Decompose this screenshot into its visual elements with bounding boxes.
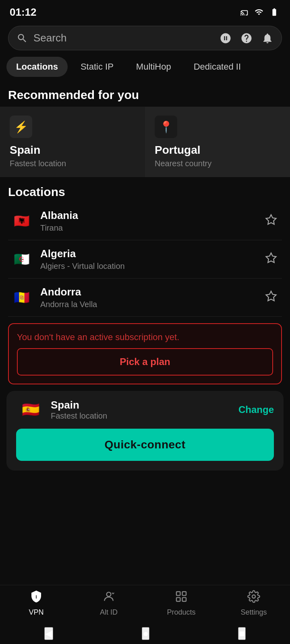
rec-card-portugal[interactable]: 📍 Portugal Nearest country <box>145 107 290 177</box>
nav-item-products[interactable]: Products <box>157 590 205 617</box>
svg-rect-8 <box>182 598 186 601</box>
subscription-text: You don't have an active subscription ye… <box>17 332 273 343</box>
locations-header: Locations <box>8 185 282 199</box>
subscription-warning: You don't have an active subscription ye… <box>8 323 282 384</box>
svg-marker-1 <box>266 253 276 262</box>
rec-card-spain[interactable]: ⚡ Spain Fastest location <box>0 107 145 177</box>
bottom-nav: I VPN Alt ID Products <box>0 585 290 623</box>
svg-rect-6 <box>182 592 186 595</box>
flag-andorra: 🇦🇩 <box>10 289 34 306</box>
algeria-name: Algeria <box>40 248 255 260</box>
android-recents-button[interactable]: ■ <box>238 627 246 640</box>
svg-text:I: I <box>36 594 37 599</box>
help-icon[interactable] <box>240 32 253 44</box>
rec-card-spain-icon: ⚡ <box>10 116 32 138</box>
tab-locations[interactable]: Locations <box>6 57 68 77</box>
products-icon <box>175 590 188 606</box>
android-nav: ◀ ● ■ <box>0 623 290 644</box>
speed-icon[interactable] <box>220 32 232 44</box>
albania-favorite-icon[interactable] <box>262 211 280 232</box>
tab-static-ip[interactable]: Static IP <box>71 57 123 77</box>
recommended-section: Recommended for you ⚡ Spain Fastest loca… <box>0 82 290 177</box>
rec-card-portugal-sub: Nearest country <box>155 159 280 168</box>
connect-location-info: 🇪🇸 Spain Fastest location <box>16 399 107 421</box>
nav-label-products: Products <box>167 608 195 617</box>
cast-icon <box>239 8 250 17</box>
svg-marker-2 <box>266 291 276 301</box>
status-icons <box>239 8 280 17</box>
settings-icon <box>247 590 260 606</box>
android-home-button[interactable]: ● <box>142 627 149 640</box>
search-container: Search <box>0 23 290 55</box>
connect-name: Spain <box>51 399 107 411</box>
nav-item-settings[interactable]: Settings <box>230 590 278 617</box>
rec-card-spain-sub: Fastest location <box>10 159 135 168</box>
albania-city: Tirana <box>40 223 255 233</box>
andorra-city: Andorra la Vella <box>40 300 255 309</box>
connect-subtitle: Fastest location <box>51 411 107 421</box>
algeria-city: Algiers - Virtual location <box>40 262 255 271</box>
rec-card-spain-name: Spain <box>10 144 135 157</box>
recommended-cards: ⚡ Spain Fastest location 📍 Portugal Near… <box>0 107 290 177</box>
altid-icon <box>102 590 115 606</box>
connect-card: 🇪🇸 Spain Fastest location Change Quick-c… <box>6 391 284 471</box>
svg-point-4 <box>107 592 111 597</box>
android-back-button[interactable]: ◀ <box>44 627 53 640</box>
nav-label-vpn: VPN <box>29 608 44 617</box>
svg-marker-0 <box>266 215 276 224</box>
vpn-icon: I <box>30 590 43 606</box>
svg-rect-7 <box>176 598 180 601</box>
location-item-andorra[interactable]: 🇦🇩 Andorra Andorra la Vella <box>8 279 282 317</box>
location-item-albania[interactable]: 🇦🇱 Albania Tirana <box>8 202 282 240</box>
flag-albania: 🇦🇱 <box>10 213 34 229</box>
pick-plan-button[interactable]: Pick a plan <box>17 348 273 376</box>
andorra-info: Andorra Andorra la Vella <box>40 286 255 309</box>
connect-flag: 🇪🇸 <box>16 400 45 419</box>
flag-algeria: 🇩🇿 <box>10 251 34 268</box>
change-location-button[interactable]: Change <box>238 404 274 415</box>
andorra-name: Andorra <box>40 286 255 298</box>
search-bar[interactable]: Search <box>8 26 282 50</box>
bell-icon[interactable] <box>261 32 273 44</box>
status-bar: 01:12 <box>0 0 290 23</box>
tab-dedicated[interactable]: Dedicated II <box>184 57 251 77</box>
location-item-algeria[interactable]: 🇩🇿 Algeria Algiers - Virtual location <box>8 240 282 279</box>
quick-connect-button[interactable]: Quick-connect <box>16 429 274 461</box>
connect-location-row: 🇪🇸 Spain Fastest location Change <box>16 399 274 421</box>
rec-card-portugal-icon: 📍 <box>155 116 177 138</box>
rec-card-portugal-name: Portugal <box>155 144 280 157</box>
nav-label-altid: Alt ID <box>100 608 118 617</box>
connect-details: Spain Fastest location <box>51 399 107 421</box>
status-time: 01:12 <box>10 6 37 19</box>
nav-item-vpn[interactable]: I VPN <box>12 590 60 617</box>
andorra-favorite-icon[interactable] <box>262 287 280 308</box>
tabs-container: Locations Static IP MultiHop Dedicated I… <box>0 55 290 82</box>
search-icon <box>17 33 28 44</box>
algeria-info: Algeria Algiers - Virtual location <box>40 248 255 271</box>
svg-rect-5 <box>176 592 180 595</box>
nav-label-settings: Settings <box>240 608 267 617</box>
nav-item-altid[interactable]: Alt ID <box>85 590 133 617</box>
search-right-icons <box>220 32 273 44</box>
tab-multihop[interactable]: MultiHop <box>126 57 181 77</box>
svg-point-9 <box>252 595 255 598</box>
battery-icon <box>268 8 280 17</box>
algeria-favorite-icon[interactable] <box>262 249 280 270</box>
locations-section: Locations 🇦🇱 Albania Tirana 🇩🇿 Algeri <box>0 177 290 317</box>
recommended-title: Recommended for you <box>0 82 290 107</box>
albania-info: Albania Tirana <box>40 209 255 233</box>
wifi-icon <box>254 8 264 17</box>
albania-name: Albania <box>40 209 255 222</box>
search-placeholder: Search <box>33 32 66 44</box>
